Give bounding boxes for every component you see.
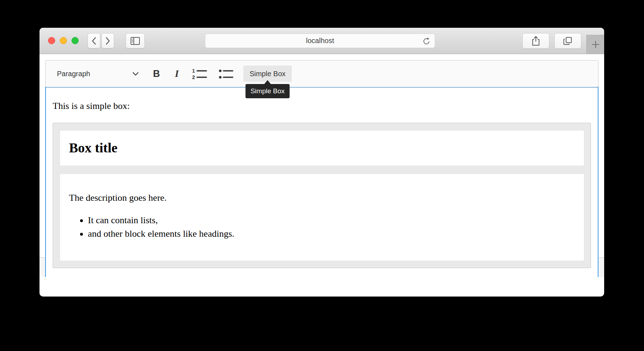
show-tabs-button[interactable]	[554, 33, 581, 49]
chevron-down-icon	[132, 72, 139, 76]
bold-button[interactable]: B	[153, 68, 160, 79]
simple-box-button[interactable]: Simple Box	[243, 66, 291, 82]
address-bar[interactable]: localhost	[205, 33, 435, 48]
numbered-list-button[interactable]: 1 2	[192, 68, 208, 80]
sidebar-toggle-button[interactable]	[126, 33, 145, 48]
editor-content[interactable]: This is a simple box: Box title The desc…	[45, 87, 598, 277]
new-tab-button[interactable]	[586, 35, 604, 54]
heading-dropdown[interactable]: Paragraph	[53, 70, 139, 78]
forward-button[interactable]	[101, 33, 114, 48]
close-window-button[interactable]	[48, 37, 55, 44]
list-item[interactable]: It can contain lists,	[88, 214, 575, 227]
plus-icon	[591, 40, 600, 49]
simple-box-wrap: Simple Box Simple Box	[243, 70, 291, 78]
back-button[interactable]	[88, 33, 100, 48]
editor-toolbar: Paragraph B I 1 2	[45, 60, 598, 87]
italic-button[interactable]: I	[175, 68, 179, 79]
simple-box-title[interactable]: Box title	[60, 138, 117, 158]
chevron-right-icon	[105, 37, 111, 45]
intro-paragraph[interactable]: This is a simple box:	[53, 99, 591, 113]
share-button[interactable]	[522, 33, 549, 49]
simple-box-description[interactable]: The description goes here.	[69, 191, 575, 205]
browser-chrome: localhost	[39, 28, 604, 54]
browser-window: localhost	[39, 28, 604, 297]
bulleted-list-button[interactable]	[218, 68, 234, 80]
share-icon	[531, 36, 540, 46]
heading-dropdown-label: Paragraph	[57, 70, 90, 78]
simple-box-title-section[interactable]: Box title	[60, 131, 584, 166]
svg-text:2: 2	[192, 74, 195, 80]
simple-box-description-section[interactable]: The description goes here. It can contai…	[60, 174, 584, 261]
simple-box-list: It can contain lists, and other block el…	[69, 214, 575, 240]
chevron-left-icon	[91, 37, 97, 45]
reload-icon	[422, 37, 431, 46]
zoom-window-button[interactable]	[72, 37, 79, 44]
svg-text:1: 1	[192, 68, 195, 74]
simple-box-widget[interactable]: Box title The description goes here. It …	[53, 123, 591, 268]
reload-button[interactable]	[422, 37, 431, 46]
bulleted-list-icon	[218, 68, 234, 80]
numbered-list-icon: 1 2	[192, 68, 208, 80]
simple-box-tooltip: Simple Box	[246, 84, 290, 98]
address-bar-text: localhost	[306, 37, 334, 45]
web-page: Paragraph B I 1 2	[39, 54, 604, 277]
tabs-icon	[563, 36, 573, 46]
traffic-lights	[48, 37, 79, 44]
list-item[interactable]: and other block elements like headings.	[88, 227, 575, 241]
minimize-window-button[interactable]	[60, 37, 67, 44]
sidebar-icon	[130, 37, 140, 45]
